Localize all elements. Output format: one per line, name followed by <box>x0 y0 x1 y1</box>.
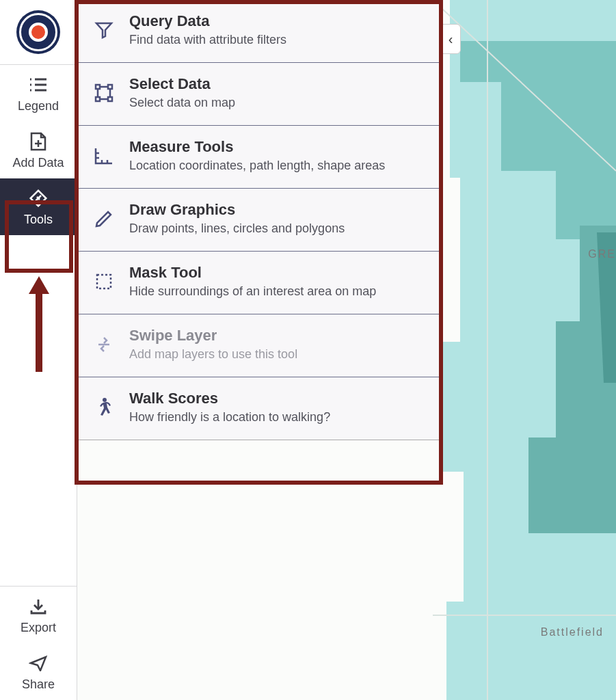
list-icon <box>28 75 49 95</box>
svg-point-21 <box>103 398 107 402</box>
tool-desc: How friendly is a location to walking? <box>129 410 330 425</box>
tool-select-data[interactable]: Select Data Select data on map <box>77 63 440 126</box>
collapse-panel-button[interactable]: ‹ <box>440 24 461 54</box>
sidebar-item-label: Share <box>22 677 55 692</box>
sidebar-item-legend[interactable]: Legend <box>0 65 77 122</box>
nav-bottom: Export Share <box>0 586 77 700</box>
tool-desc: Location coordinates, path length, shape… <box>129 159 385 173</box>
tool-desc: Select data on map <box>129 96 235 110</box>
nav-top: Legend Add Data Tools <box>0 65 77 235</box>
tool-title: Query Data <box>129 12 286 30</box>
sidebar-item-label: Export <box>21 621 56 635</box>
place-label-gre: GRE <box>588 248 616 260</box>
svg-rect-20 <box>97 275 111 288</box>
tool-query-data[interactable]: Query Data Find data with attribute filt… <box>77 0 440 63</box>
svg-rect-17 <box>108 85 112 89</box>
svg-rect-18 <box>96 97 100 101</box>
place-label-battlefield: Battlefield <box>541 626 604 638</box>
tool-swipe-layer: Swipe Layer Add map layers to use this t… <box>77 314 440 377</box>
tool-title: Draw Graphics <box>129 201 345 219</box>
mask-icon <box>92 270 116 293</box>
sidebar-item-label: Add Data <box>12 156 64 170</box>
download-icon <box>28 596 49 617</box>
sidebar-item-label: Tools <box>24 213 53 227</box>
logo[interactable] <box>16 10 60 54</box>
sidebar-item-share[interactable]: Share <box>0 643 77 700</box>
tool-mask[interactable]: Mask Tool Hide surroundings of an intere… <box>77 252 440 314</box>
tool-title: Measure Tools <box>129 138 385 156</box>
app-root: Legend Add Data Tools Export <box>0 0 616 700</box>
sidebar-item-tools[interactable]: Tools <box>0 178 77 235</box>
tools-icon <box>28 188 49 208</box>
tool-desc: Find data with attribute filters <box>129 33 286 47</box>
sidebar: Legend Add Data Tools Export <box>0 0 77 700</box>
tool-desc: Hide surroundings of an interest area on… <box>129 284 376 299</box>
add-file-icon <box>28 131 49 152</box>
sidebar-item-label: Legend <box>18 99 59 113</box>
ruler-icon <box>92 144 116 167</box>
tool-title: Select Data <box>129 75 235 93</box>
tool-walk-scores[interactable]: Walk Scores How friendly is a location t… <box>77 377 440 440</box>
tool-measure[interactable]: Measure Tools Location coordinates, path… <box>77 126 440 189</box>
funnel-icon <box>92 18 116 42</box>
svg-rect-19 <box>108 97 112 101</box>
share-icon <box>28 653 49 673</box>
bounding-box-icon <box>92 81 116 105</box>
chevron-left-icon: ‹ <box>448 31 453 47</box>
tool-title: Swipe Layer <box>129 327 297 345</box>
tool-desc: Draw points, lines, circles and polygons <box>129 221 345 236</box>
svg-rect-16 <box>96 85 100 89</box>
logo-container <box>0 0 77 65</box>
pencil-icon <box>92 207 116 230</box>
walking-icon <box>92 396 116 419</box>
sidebar-item-export[interactable]: Export <box>0 587 77 643</box>
swipe-icon <box>92 333 116 356</box>
tool-title: Mask Tool <box>129 264 376 282</box>
sidebar-item-add-data[interactable]: Add Data <box>0 122 77 178</box>
tool-draw-graphics[interactable]: Draw Graphics Draw points, lines, circle… <box>77 189 440 252</box>
tool-desc: Add map layers to use this tool <box>129 347 297 362</box>
tools-panel: Query Data Find data with attribute filt… <box>77 0 440 440</box>
tool-title: Walk Scores <box>129 390 330 407</box>
